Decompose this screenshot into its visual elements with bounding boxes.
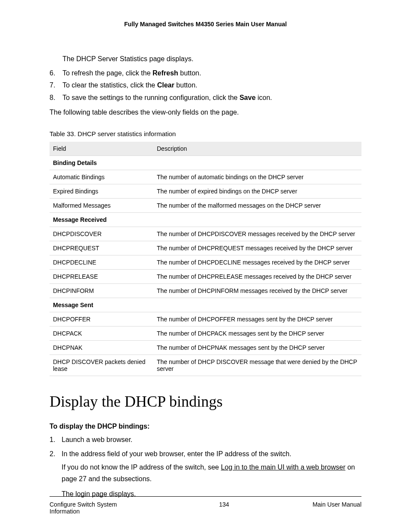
cell-field: Expired Bindings [50, 184, 153, 198]
step-text: In the address field of your web browser… [62, 450, 291, 457]
cell-description: The number of DHCPACK messages sent by t… [153, 326, 361, 340]
cell-description: The number of expired bindings on the DH… [153, 184, 361, 198]
table-row: DHCPACKThe number of DHCPACK messages se… [50, 326, 361, 340]
step-number: 1. [50, 434, 55, 445]
th-description: Description [153, 142, 361, 156]
cell-field: DHCPACK [50, 326, 153, 340]
step-continuation: If you do not know the IP address of the… [62, 461, 361, 485]
cell-field: DHCP DISCOVER packets denied lease [50, 355, 153, 376]
table-row: Expired BindingsThe number of expired bi… [50, 184, 361, 198]
table-row: Message Sent [50, 298, 361, 312]
th-field: Field [50, 142, 153, 156]
step-number: 8. [50, 92, 55, 104]
step-text: To clear the statistics, click the Clear… [62, 81, 197, 89]
cell-field: DHCPDECLINE [50, 255, 153, 269]
cell-field: DHCPDISCOVER [50, 227, 153, 241]
page-footer: Configure Switch System Information 134 … [50, 496, 361, 515]
table-row: DHCPOFFERThe number of DHCPOFFER message… [50, 312, 361, 326]
table-intro-text: The following table describes the view-o… [50, 107, 361, 118]
cell-field: Binding Details [50, 156, 153, 170]
table-row: Malformed MessagesThe number of the malf… [50, 198, 361, 212]
cell-description: The number of DHCPDECLINE messages recei… [153, 255, 361, 269]
cell-field: DHCPRELEASE [50, 269, 153, 283]
step-7: 7. To clear the statistics, click the Cl… [50, 79, 361, 92]
table-row: DHCP DISCOVER packets denied leaseThe nu… [50, 355, 361, 376]
proc-step-2: 2. In the address field of your web brow… [50, 448, 361, 500]
table-row: DHCPNAKThe number of DHCPNAK messages se… [50, 340, 361, 355]
step-text: To save the settings to the running conf… [62, 94, 272, 101]
proc-step-1: 1. Launch a web browser. [50, 434, 361, 445]
cell-field: Malformed Messages [50, 198, 153, 212]
cell-description: The number of DHCPRELEASE messages recei… [153, 269, 361, 283]
page-number: 134 [219, 501, 229, 515]
step-8: 8. To save the settings to the running c… [50, 92, 361, 104]
step-number: 2. [50, 448, 55, 460]
section-lead: To display the DHCP bindings: [50, 423, 361, 430]
intro-text: The DHCP Server Statistics page displays… [50, 53, 361, 65]
table-caption: Table 33. DHCP server statistics informa… [50, 130, 361, 137]
cell-field: Message Received [50, 212, 153, 227]
table-row: DHCPDISCOVERThe number of DHCPDISCOVER m… [50, 227, 361, 241]
cell-description: The number of automatic bindings on the … [153, 170, 361, 184]
cell-field: Automatic Bindings [50, 170, 153, 184]
table-row: DHCPRELEASEThe number of DHCPRELEASE mes… [50, 269, 361, 283]
step-number: 6. [50, 67, 55, 80]
table-row: Binding Details [50, 156, 361, 170]
cell-description: The number of the malformed messages on … [153, 198, 361, 212]
cell-description [153, 298, 361, 312]
cell-field: DHCPINFORM [50, 283, 153, 298]
cell-description [153, 156, 361, 170]
step-text: Launch a web browser. [62, 436, 133, 443]
table-row: DHCPREQUESTThe number of DHCPREQUEST mes… [50, 241, 361, 255]
cell-field: DHCPREQUEST [50, 241, 153, 255]
footer-left: Configure Switch System Information [50, 501, 136, 515]
step-number: 7. [50, 79, 55, 92]
cell-description: The number of DHCPNAK messages sent by t… [153, 340, 361, 355]
cross-reference-link[interactable]: Log in to the main UI with a web browser [221, 464, 346, 471]
table-row: Message Received [50, 212, 361, 227]
section-heading: Display the DHCP bindings [50, 392, 361, 411]
cell-description: The number of DHCPOFFER messages sent by… [153, 312, 361, 326]
table-row: Automatic BindingsThe number of automati… [50, 170, 361, 184]
cell-field: DHCPOFFER [50, 312, 153, 326]
cell-description: The number of DHCP DISCOVER message that… [153, 355, 361, 376]
step-6: 6. To refresh the page, click the Refres… [50, 67, 361, 80]
cell-field: Message Sent [50, 298, 153, 312]
cell-field: DHCPNAK [50, 340, 153, 355]
table-row: DHCPDECLINEThe number of DHCPDECLINE mes… [50, 255, 361, 269]
page-header: Fully Managed Switches M4350 Series Main… [50, 21, 361, 28]
table-row: DHCPINFORMThe number of DHCPINFORM messa… [50, 283, 361, 298]
cell-description: The number of DHCPINFORM messages receiv… [153, 283, 361, 298]
stats-table: Field Description Binding DetailsAutomat… [50, 142, 361, 376]
cell-description: The number of DHCPDISCOVER messages rece… [153, 227, 361, 241]
cell-description [153, 212, 361, 227]
step-text: To refresh the page, click the Refresh b… [62, 69, 201, 77]
footer-right: Main User Manual [312, 501, 361, 515]
cell-description: The number of DHCPREQUEST messages recei… [153, 241, 361, 255]
